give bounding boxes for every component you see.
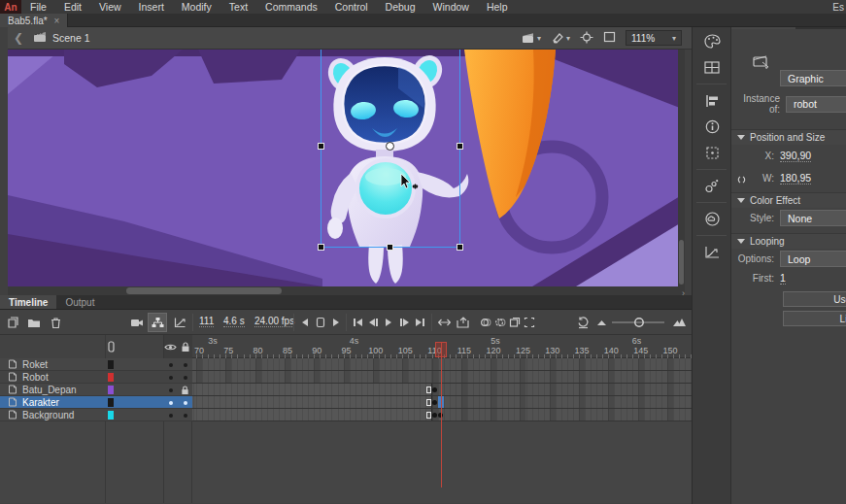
selection-handle[interactable]: [318, 244, 324, 251]
frames-row-background[interactable]: [192, 409, 692, 421]
lock-column-icon[interactable]: [181, 342, 190, 353]
timeline-zoom-in-icon[interactable]: [670, 310, 688, 335]
layer-visibility-dot[interactable]: [169, 401, 173, 405]
layer-row-roket[interactable]: Roket: [0, 358, 192, 371]
layer-lock-dot[interactable]: [184, 363, 187, 367]
camera-button[interactable]: [128, 310, 146, 335]
workspace-switcher[interactable]: Es: [832, 2, 846, 13]
stage-vertical-scrollbar[interactable]: [678, 50, 685, 286]
section-position-and-size[interactable]: Position and Size: [731, 129, 846, 145]
first-frame-field[interactable]: 1: [780, 272, 786, 285]
menu-insert[interactable]: Insert: [130, 0, 173, 14]
symbol-type-dropdown[interactable]: Graphic: [780, 70, 846, 86]
layer-visibility-dot[interactable]: [169, 363, 173, 367]
frames-row-batu_depan[interactable]: [192, 384, 692, 396]
layer-locked-icon[interactable]: [181, 386, 189, 395]
frame-span-end-marker[interactable]: [426, 399, 431, 406]
scrollbar-thumb[interactable]: [679, 240, 684, 285]
export-movie-button[interactable]: [455, 310, 472, 335]
next-keyframe-button[interactable]: [396, 310, 412, 335]
selection-handle[interactable]: [457, 244, 463, 251]
frames-row-karakter[interactable]: [192, 396, 692, 409]
layer-row-batu_depan[interactable]: Batu_Depan: [0, 384, 192, 396]
scrollbar-thumb[interactable]: [126, 287, 282, 294]
swatches-panel-icon[interactable]: [693, 54, 731, 81]
clip-content-button[interactable]: [603, 31, 616, 45]
selection-handle[interactable]: [318, 143, 324, 150]
delete-layer-button[interactable]: [47, 310, 64, 335]
timeline-zoom-slider[interactable]: [610, 310, 666, 335]
menu-control[interactable]: Control: [326, 0, 377, 14]
play-button[interactable]: [381, 310, 396, 335]
tab-output[interactable]: Output: [56, 295, 103, 309]
section-looping[interactable]: Looping: [731, 233, 846, 249]
onion-skin-button[interactable]: [478, 310, 492, 335]
frames-row-robot[interactable]: [192, 371, 692, 384]
color-panel-icon[interactable]: [693, 28, 731, 54]
align-panel-icon[interactable]: [693, 87, 731, 114]
layer-outline-color-swatch[interactable]: [108, 373, 114, 382]
layer-visibility-dot[interactable]: [169, 414, 173, 418]
motion-editor-panel-icon[interactable]: [693, 239, 731, 265]
center-frame-button[interactable]: [435, 310, 453, 335]
keyframe-dot[interactable]: [432, 400, 437, 405]
layer-row-background[interactable]: Background: [0, 409, 192, 421]
new-layer-button[interactable]: [4, 310, 21, 335]
keyframe-dot[interactable]: [432, 387, 437, 392]
previous-keyframe-button[interactable]: [365, 310, 381, 335]
edit-scene-button[interactable]: ▾: [522, 32, 541, 45]
menu-modify[interactable]: Modify: [173, 0, 220, 14]
layer-outline-color-swatch[interactable]: [108, 360, 114, 369]
layer-outline-color-swatch[interactable]: [108, 411, 114, 420]
selection-handle[interactable]: [457, 143, 463, 150]
stage-viewport[interactable]: ›: [8, 50, 685, 295]
stage-canvas[interactable]: [8, 50, 685, 286]
new-folder-button[interactable]: [25, 310, 43, 335]
back-arrow-icon[interactable]: ❮: [8, 31, 29, 45]
reset-timeline-zoom-button[interactable]: [575, 310, 591, 335]
menu-window[interactable]: Window: [424, 0, 478, 14]
layer-lock-dot[interactable]: [184, 414, 187, 418]
stage-horizontal-scrollbar[interactable]: [8, 286, 685, 295]
layer-outline-color-swatch[interactable]: [108, 386, 114, 394]
menu-file[interactable]: File: [21, 0, 55, 14]
frames-row-roket[interactable]: [192, 358, 692, 371]
stage-zoom-dropdown[interactable]: 111% ▾: [626, 30, 682, 46]
frame-span[interactable]: [192, 384, 432, 395]
edit-symbols-button[interactable]: ▾: [551, 32, 570, 45]
cc-libraries-panel-icon[interactable]: [693, 206, 731, 232]
instance-name-field[interactable]: robot: [786, 96, 846, 113]
use-frame-picker-button[interactable]: Use Fra: [783, 291, 846, 307]
go-to-first-frame-button[interactable]: [350, 310, 365, 335]
layer-lock-dot[interactable]: [184, 401, 187, 405]
layer-row-robot[interactable]: Robot: [0, 371, 192, 384]
onion-skin-outlines-button[interactable]: [492, 310, 507, 335]
loop-options-dropdown[interactable]: Loop: [780, 251, 846, 267]
transform-panel-icon[interactable]: [693, 140, 731, 166]
outline-color-column-icon[interactable]: [108, 341, 115, 353]
brush-library-panel-icon[interactable]: [693, 173, 731, 199]
edit-multiple-frames-button[interactable]: [507, 310, 522, 335]
frame-span[interactable]: [192, 396, 432, 408]
x-value-field[interactable]: 390,90: [780, 150, 811, 162]
current-frame-field[interactable]: 111: [199, 316, 214, 327]
w-value-field[interactable]: 180,95: [780, 172, 811, 185]
menu-help[interactable]: Help: [478, 0, 517, 14]
frame-span[interactable]: [192, 409, 432, 420]
keyframe-dot[interactable]: [432, 413, 437, 418]
scene-breadcrumb[interactable]: Scene 1: [52, 32, 90, 44]
layer-parenting-toggle[interactable]: [148, 313, 167, 332]
section-color-effect[interactable]: Color Effect: [731, 192, 846, 208]
close-icon[interactable]: ×: [54, 16, 60, 26]
step-back-button[interactable]: [297, 310, 313, 335]
lip-syncing-button[interactable]: Lip S: [783, 311, 846, 326]
playhead-line[interactable]: [441, 342, 442, 487]
menu-commands[interactable]: Commands: [256, 0, 326, 14]
layer-visibility-dot[interactable]: [169, 376, 173, 380]
menu-text[interactable]: Text: [220, 0, 256, 14]
document-tab[interactable]: Bab5.fla* ×: [0, 14, 68, 27]
tab-timeline[interactable]: Timeline: [0, 295, 56, 309]
layer-row-karakter[interactable]: Karakter: [0, 396, 192, 409]
modify-markers-button[interactable]: [522, 310, 536, 335]
loop-playback-range-button[interactable]: [313, 310, 328, 335]
